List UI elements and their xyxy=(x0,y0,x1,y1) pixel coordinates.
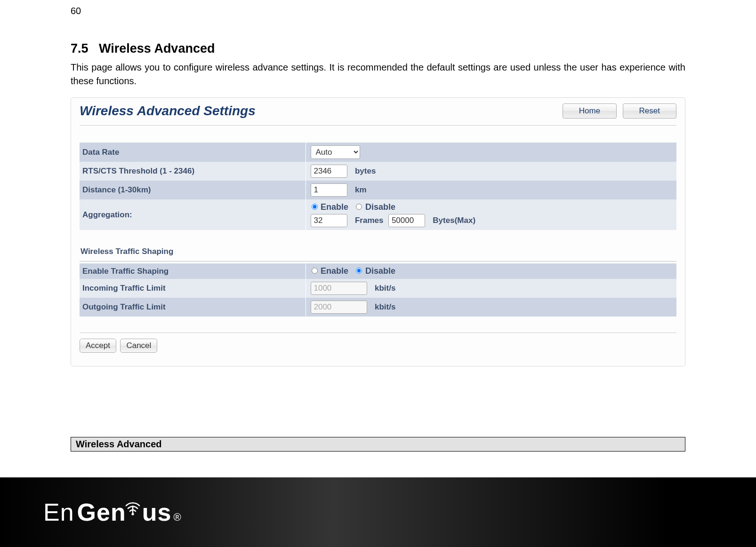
footer-bar: En Gen us ® xyxy=(0,477,756,547)
page-number: 60 xyxy=(71,6,81,16)
svg-rect-1 xyxy=(132,506,133,514)
distance-label: Distance (1-30km) xyxy=(82,185,151,194)
shaping-disable-text: Disable xyxy=(365,266,395,276)
incoming-limit-row: Incoming Traffic Limit kbit/s xyxy=(80,279,676,298)
rts-cts-unit: bytes xyxy=(355,166,376,175)
aggregation-label: Aggregation: xyxy=(82,210,132,219)
incoming-limit-label: Incoming Traffic Limit xyxy=(82,284,166,293)
data-rate-select[interactable]: Auto xyxy=(311,145,360,159)
enable-shaping-label: Enable Traffic Shaping xyxy=(82,267,169,276)
wifi-icon xyxy=(125,500,140,521)
doc-table-header-cell: Wireless Advanced xyxy=(71,437,685,452)
doc-table-header: Wireless Advanced xyxy=(71,437,685,452)
reset-button[interactable]: Reset xyxy=(623,103,676,119)
logo-part-en: En xyxy=(43,498,74,526)
shaping-enable-text: Enable xyxy=(321,266,348,276)
outgoing-limit-input[interactable] xyxy=(311,301,367,314)
section-description: This page allows you to configure wirele… xyxy=(71,61,685,88)
panel-title: Wireless Advanced Settings xyxy=(80,103,256,119)
incoming-limit-input[interactable] xyxy=(311,282,367,295)
aggregation-enable-radio[interactable] xyxy=(312,204,318,210)
aggregation-bytes-unit: Bytes(Max) xyxy=(433,216,475,225)
distance-unit: km xyxy=(355,185,367,194)
logo-part-gen: Gen xyxy=(77,498,126,526)
section-heading: 7.5 Wireless Advanced xyxy=(71,41,685,56)
logo-part-us: us xyxy=(142,498,172,526)
outgoing-limit-row: Outgoing Traffic Limit kbit/s xyxy=(80,298,676,317)
distance-input[interactable] xyxy=(311,183,347,197)
aggregation-frames-input[interactable] xyxy=(311,214,347,227)
traffic-shaping-header: Wireless Traffic Shaping xyxy=(80,247,676,256)
rts-cts-row: RTS/CTS Threshold (1 - 2346) bytes xyxy=(80,162,676,181)
aggregation-disable-text: Disable xyxy=(365,202,395,212)
traffic-shaping-table: Enable Traffic Shaping Enable Disable In… xyxy=(80,263,676,317)
enable-shaping-row: Enable Traffic Shaping Enable Disable xyxy=(80,263,676,279)
home-button[interactable]: Home xyxy=(563,103,617,119)
panel-button-group: Home Reset xyxy=(559,103,676,119)
panel-header: Wireless Advanced Settings Home Reset xyxy=(80,103,676,126)
data-rate-label: Data Rate xyxy=(82,148,119,157)
shaping-disable-radio[interactable] xyxy=(356,268,362,274)
aggregation-enable-text: Enable xyxy=(321,202,348,212)
divider xyxy=(80,261,676,262)
distance-row: Distance (1-30km) km xyxy=(80,181,676,199)
accept-button[interactable]: Accept xyxy=(80,339,116,353)
incoming-limit-unit: kbit/s xyxy=(375,284,395,293)
advanced-settings-table: Data Rate Auto RTS/CTS Threshold (1 - 23… xyxy=(80,143,676,230)
outgoing-limit-unit: kbit/s xyxy=(375,302,395,311)
data-rate-row: Data Rate Auto xyxy=(80,143,676,162)
content-region: 7.5 Wireless Advanced This page allows y… xyxy=(71,41,685,452)
rts-cts-label: RTS/CTS Threshold (1 - 2346) xyxy=(82,166,194,175)
engenius-logo: En Gen us ® xyxy=(43,498,182,526)
section-number: 7.5 xyxy=(71,41,88,55)
registered-mark: ® xyxy=(173,511,181,523)
section-title-text: Wireless Advanced xyxy=(99,41,215,55)
rts-cts-input[interactable] xyxy=(311,165,347,178)
aggregation-row: Aggregation: Enable Disable Frames Bytes… xyxy=(80,199,676,230)
aggregation-frames-unit: Frames xyxy=(355,216,383,225)
cancel-button[interactable]: Cancel xyxy=(120,339,157,353)
aggregation-bytes-input[interactable] xyxy=(388,214,425,227)
shaping-enable-radio[interactable] xyxy=(312,268,318,274)
aggregation-disable-radio[interactable] xyxy=(356,204,362,210)
outgoing-limit-label: Outgoing Traffic Limit xyxy=(82,302,166,311)
action-row: Accept Cancel xyxy=(80,333,676,353)
settings-panel: Wireless Advanced Settings Home Reset Da… xyxy=(71,97,685,366)
